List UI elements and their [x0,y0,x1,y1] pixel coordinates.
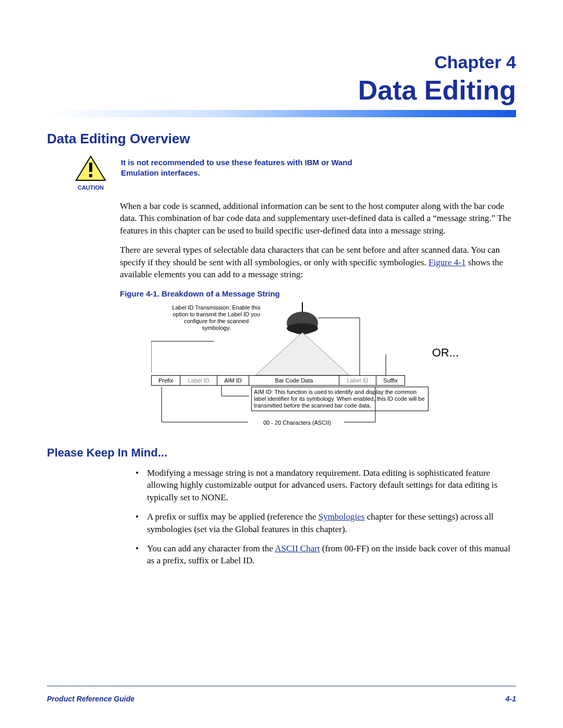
figure-caption: Figure 4-1. Breakdown of a Message Strin… [120,289,516,298]
page-footer: Product Reference Guide 4-1 [47,695,516,703]
svg-rect-1 [89,163,92,172]
figure-char-note: 00 - 20 Characters (ASCII) [250,419,344,426]
segment-aimid: AIM ID [217,376,249,385]
figure-or-label: OR... [432,346,459,360]
caution-label: CAUTION [70,184,112,191]
message-string-segments: Prefix Label ID AIM ID Bar Code Data Lab… [151,375,405,386]
segment-suffix: Suffix [376,376,405,385]
svg-rect-2 [89,174,92,177]
chapter-label: Chapter 4 [47,52,516,72]
bullet-text: Modifying a message string is not a mand… [147,468,497,502]
svg-point-7 [287,323,318,334]
segment-barcodedata: Bar Code Data [249,376,339,385]
caution-triangle-icon [75,155,106,181]
segment-labelid-1: Label ID [180,376,217,385]
footer-page-number: 4-1 [506,695,516,703]
caution-text: It is not recommended to use these featu… [121,155,371,179]
caution-icon-wrap: CAUTION [70,155,112,191]
overview-para-2: There are several types of selectable da… [120,244,516,280]
footer-rule [47,686,516,686]
ascii-chart-link[interactable]: ASCII Chart [275,544,320,553]
keep-in-mind-list: Modifying a message string is not a mand… [47,467,516,567]
symbologies-link[interactable]: Symbologies [319,512,365,522]
footer-guide-title: Product Reference Guide [47,695,134,703]
segment-labelid-2: Label ID [339,376,376,385]
list-item: You can add any character from the ASCII… [136,542,516,567]
svg-marker-8 [255,332,349,375]
caution-callout: CAUTION It is not recommended to use the… [47,155,516,191]
section-heading-overview: Data Editing Overview [47,131,516,147]
section-heading-keep-in-mind: Please Keep In Mind... [47,446,516,460]
bullet-text-pre: You can add any character from the [147,544,275,553]
bullet-text-pre: A prefix or suffix may be applied (refer… [147,512,319,522]
document-page: Chapter 4 Data Editing Data Editing Over… [0,0,563,728]
figure-aimid-note: AIM ID: This function is used to identif… [251,387,429,412]
header-gradient-rule [47,110,516,117]
chapter-title: Data Editing [47,75,516,106]
body-column: When a bar code is scanned, additional i… [47,200,516,433]
figure-4-1: Label ID Transmission: Enable this optio… [151,302,516,433]
segment-prefix: Prefix [152,376,180,385]
list-item: Modifying a message string is not a mand… [136,467,516,503]
figure-ref-link[interactable]: Figure 4-1 [429,257,466,267]
list-item: A prefix or suffix may be applied (refer… [136,511,516,535]
figure-labelid-note: Label ID Transmission: Enable this optio… [169,304,263,332]
overview-para-1: When a bar code is scanned, additional i… [120,200,516,237]
